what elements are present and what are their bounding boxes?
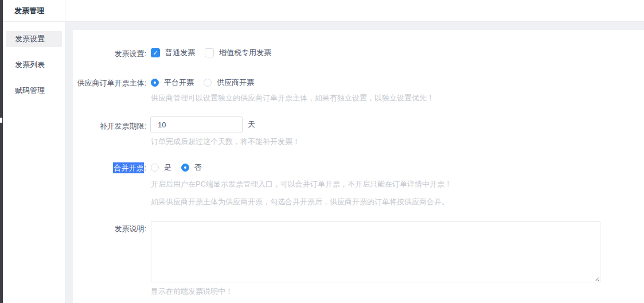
radio-unselected-icon[interactable]	[204, 79, 212, 87]
radio-selected-icon[interactable]	[181, 164, 189, 172]
collapsed-nav-rail[interactable]	[0, 0, 3, 303]
reissue-limit-help: 订单完成后超过这个天数，将不能补开发票！	[151, 137, 300, 147]
sidebar-item-invoice-settings[interactable]: 发票设置	[6, 31, 62, 47]
checkbox-ordinary-invoice[interactable]: 普通发票	[151, 48, 195, 58]
radio-supplier-invoicing[interactable]: 供应商开票	[204, 77, 254, 88]
radio-platform-invoicing[interactable]: 平台开票	[151, 77, 194, 88]
merge-invoice-help-1: 开启后用户在PC端显示发票管理入口，可以合并订单开票，不开启只能在订单详情中开票…	[151, 179, 452, 189]
radio-platform-invoicing-label: 平台开票	[164, 77, 194, 88]
radio-supplier-invoicing-label: 供应商开票	[217, 77, 254, 88]
reissue-limit-input[interactable]	[150, 116, 243, 133]
invoice-note-textarea[interactable]	[151, 221, 600, 282]
rail-drag-handle[interactable]	[0, 118, 2, 123]
checkbox-ordinary-invoice-label: 普通发票	[165, 48, 195, 58]
sidebar-item-code-management[interactable]: 赋码管理	[6, 83, 62, 99]
merge-invoice-label-highlighted: 合并开票	[113, 162, 144, 173]
reissue-limit-unit: 天	[248, 116, 255, 133]
checkbox-vat-special-invoice-label: 增值税专用发票	[219, 48, 271, 58]
merge-invoice-label-colon: :	[144, 164, 146, 172]
merge-invoice-help-2: 如果供应商开票主体为供应商开票，勾选合并开票后，供应商开票的订单将按供应商合并。	[151, 197, 449, 207]
radio-merge-yes-label: 是	[164, 162, 171, 173]
radio-selected-icon[interactable]	[151, 79, 159, 87]
checkbox-vat-special-invoice[interactable]: 增值税专用发票	[205, 48, 271, 58]
sidebar-item-invoice-list[interactable]: 发票列表	[6, 57, 62, 73]
top-header	[3, 0, 644, 22]
invoice-note-help: 显示在前端发票说明中！	[151, 286, 233, 297]
checkbox-checked-icon[interactable]	[151, 48, 160, 57]
checkbox-unchecked-icon[interactable]	[205, 48, 214, 57]
radio-merge-yes[interactable]: 是	[151, 162, 171, 173]
radio-unselected-icon[interactable]	[151, 164, 159, 172]
supplier-subject-help: 供应商管理可以设置独立的供应商订单开票主体，如果有独立设置，以独立设置优先！	[151, 93, 434, 103]
sidebar-title: 发票管理	[3, 0, 65, 22]
radio-merge-no[interactable]: 否	[181, 162, 202, 173]
radio-merge-no-label: 否	[194, 162, 202, 173]
sidebar: 发票管理 发票设置 发票列表 赋码管理	[3, 0, 65, 303]
